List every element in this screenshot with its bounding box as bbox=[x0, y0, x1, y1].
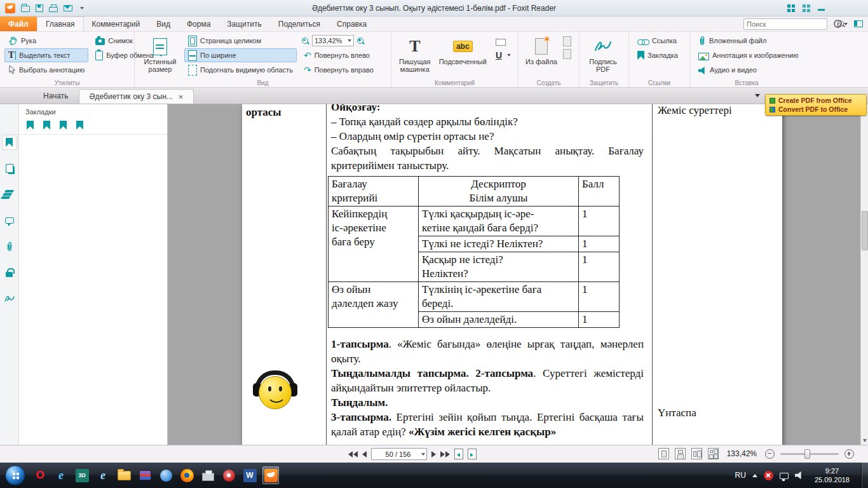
taskbar-winrar[interactable] bbox=[137, 466, 153, 484]
save-icon[interactable] bbox=[36, 4, 43, 12]
previous-view-button[interactable] bbox=[454, 449, 463, 459]
bookmarks-panel-button[interactable] bbox=[2, 135, 17, 150]
fit-visible-button[interactable]: Подогнать видимую область bbox=[184, 63, 297, 77]
show-hidden-icons-button[interactable] bbox=[752, 474, 757, 477]
zoom-out-status-button[interactable] bbox=[765, 449, 775, 459]
start-button[interactable] bbox=[5, 465, 25, 485]
tab-current-document[interactable]: Әдебиеттик оку 3 сын... × bbox=[79, 89, 194, 104]
next-view-button[interactable] bbox=[468, 449, 477, 459]
edit-bookmark-icon[interactable] bbox=[60, 121, 67, 130]
taskbar-word[interactable]: W bbox=[241, 466, 258, 484]
pages-panel-button[interactable] bbox=[2, 161, 17, 176]
qat-dropdown-icon[interactable] bbox=[80, 7, 84, 10]
language-indicator[interactable]: RU bbox=[735, 471, 746, 480]
tab-share[interactable]: Поделиться bbox=[270, 17, 329, 31]
fit-width-button[interactable]: По ширине bbox=[184, 48, 297, 62]
audio-video-button[interactable]: Аудио и видео bbox=[695, 63, 802, 77]
tab-start-page[interactable]: Начать bbox=[33, 88, 79, 104]
typewriter-button[interactable]: T Пишущая машинка bbox=[396, 34, 434, 74]
network-icon[interactable] bbox=[780, 473, 789, 479]
taskbar-3d-app[interactable]: 3D bbox=[74, 466, 90, 484]
minimize-window-icon[interactable] bbox=[818, 9, 825, 11]
continuous-facing-view-button[interactable] bbox=[708, 448, 719, 459]
taskbar-nero[interactable] bbox=[220, 466, 237, 484]
scroll-down-button[interactable] bbox=[861, 437, 868, 445]
first-page-button[interactable] bbox=[348, 451, 358, 458]
underline-button[interactable]: U bbox=[492, 48, 515, 62]
bookmark-button[interactable]: Закладка bbox=[634, 48, 682, 62]
attachments-panel-button[interactable] bbox=[2, 239, 17, 254]
actual-size-button[interactable]: Истинный размер bbox=[139, 34, 181, 74]
single-page-view-button[interactable] bbox=[658, 448, 669, 459]
security-panel-button[interactable] bbox=[2, 265, 17, 280]
vertical-scrollbar[interactable] bbox=[860, 104, 868, 445]
email-icon[interactable] bbox=[64, 5, 72, 11]
sign-pdf-button[interactable]: Подпись PDF bbox=[584, 34, 622, 74]
search-box[interactable] bbox=[743, 18, 827, 30]
zoom-out-button[interactable] bbox=[301, 37, 309, 45]
collect-windows-icon[interactable] bbox=[787, 4, 795, 12]
highlight-button[interactable]: abc Подсвеченный bbox=[437, 34, 489, 67]
tab-help[interactable]: Справка bbox=[329, 17, 375, 31]
taskbar-foxit-reader[interactable] bbox=[262, 466, 279, 484]
zoom-level-combobox[interactable]: 133,42% bbox=[312, 35, 354, 46]
rotate-right-button[interactable]: ↷ Повернуть вправо bbox=[300, 63, 377, 77]
tab-list-dropdown-icon[interactable] bbox=[755, 94, 760, 97]
last-page-button[interactable] bbox=[440, 451, 450, 458]
tray-alert-icon[interactable] bbox=[764, 471, 773, 480]
taskbar-blue-app[interactable] bbox=[158, 466, 174, 484]
facing-view-button[interactable] bbox=[691, 448, 702, 459]
tab-form[interactable]: Форма bbox=[179, 17, 219, 31]
tab-home[interactable]: Главная bbox=[37, 17, 84, 31]
select-annotation-button[interactable]: Выбрать аннотацию bbox=[4, 63, 88, 77]
tab-protect[interactable]: Защитить bbox=[219, 17, 269, 31]
search-input[interactable] bbox=[747, 20, 837, 28]
open-file-icon[interactable] bbox=[21, 6, 30, 12]
taskbar-explorer-folder[interactable] bbox=[116, 466, 132, 484]
taskbar-opera[interactable]: O bbox=[32, 466, 48, 484]
bookmarks-list[interactable] bbox=[19, 135, 167, 445]
close-tab-icon[interactable]: × bbox=[179, 93, 184, 101]
tab-comment[interactable]: Комментарий bbox=[84, 17, 149, 31]
fit-page-button[interactable]: Страница целиком bbox=[184, 34, 297, 48]
rotate-left-button[interactable]: ↶ Повернуть влево bbox=[300, 48, 377, 62]
settings-button[interactable] bbox=[834, 20, 848, 28]
print-icon[interactable] bbox=[49, 7, 58, 12]
expand-bookmarks-icon[interactable] bbox=[27, 121, 34, 130]
image-annotation-button[interactable]: Аннотация к изображению bbox=[695, 48, 802, 62]
delete-bookmark-icon[interactable] bbox=[76, 121, 83, 130]
next-page-button[interactable] bbox=[431, 451, 436, 458]
scrollbar-thumb[interactable] bbox=[862, 211, 868, 250]
tab-file[interactable]: Файл bbox=[0, 17, 37, 31]
taskbar-internet-explorer[interactable]: e bbox=[53, 466, 69, 484]
from-scanner-icon[interactable] bbox=[563, 36, 571, 46]
previous-page-button[interactable] bbox=[362, 451, 367, 458]
signature-panel-button[interactable] bbox=[2, 291, 17, 306]
select-text-button[interactable]: T Выделить текст bbox=[4, 48, 88, 62]
taskbar-internet-explorer-2[interactable]: e bbox=[95, 466, 111, 484]
taskbar-firefox[interactable] bbox=[179, 466, 195, 484]
taskbar-printer[interactable] bbox=[200, 466, 216, 484]
zoom-slider[interactable] bbox=[780, 453, 839, 455]
tile-windows-icon[interactable] bbox=[803, 4, 810, 12]
document-area[interactable]: ортасы Ойқозғау: – Топқа қандай сөздер а… bbox=[168, 104, 868, 445]
zoom-slider-thumb[interactable] bbox=[804, 449, 810, 459]
create-pdf-from-office-button[interactable]: Create PDF from Office Convert PDF to Of… bbox=[765, 94, 867, 116]
from-file-button[interactable]: Из файла bbox=[523, 34, 560, 67]
clock[interactable]: 9:27 25.09.2018 bbox=[810, 466, 855, 484]
rectangle-note-button[interactable] bbox=[492, 34, 515, 48]
zoom-in-button[interactable] bbox=[356, 37, 365, 45]
zoom-in-status-button[interactable] bbox=[844, 449, 854, 459]
tab-view[interactable]: Вид bbox=[148, 17, 179, 31]
reading-mode-icon[interactable] bbox=[854, 20, 863, 27]
attach-file-button[interactable]: Вложенный файл bbox=[695, 34, 802, 48]
continuous-view-button[interactable] bbox=[675, 448, 686, 459]
add-bookmark-icon[interactable] bbox=[43, 121, 50, 130]
hand-tool-button[interactable]: Рука bbox=[4, 34, 88, 48]
comments-panel-button[interactable] bbox=[2, 213, 17, 228]
layers-panel-button[interactable] bbox=[2, 187, 17, 202]
blank-page-icon[interactable] bbox=[563, 49, 571, 59]
page-number-field[interactable]: 50 / 156 bbox=[371, 448, 427, 460]
volume-icon[interactable] bbox=[795, 471, 803, 480]
link-button[interactable]: Ссылка bbox=[634, 34, 682, 48]
